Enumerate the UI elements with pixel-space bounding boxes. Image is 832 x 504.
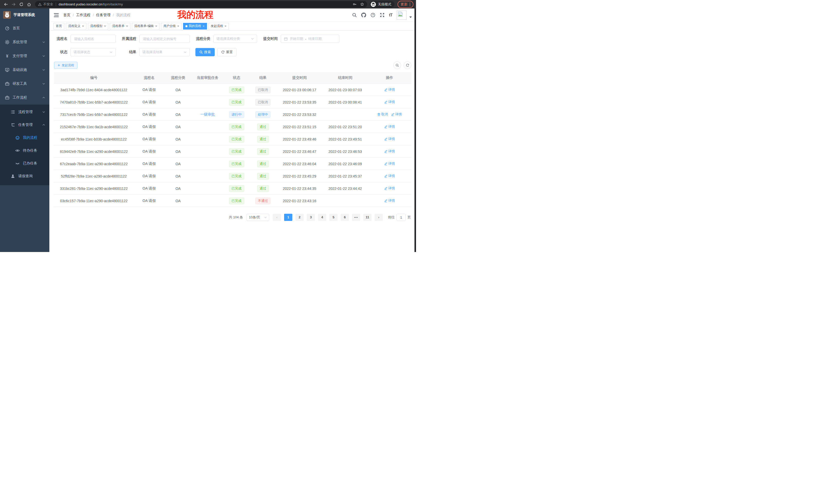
reset-button[interactable]: 重置	[217, 48, 237, 56]
close-icon[interactable]: ×	[177, 24, 179, 28]
process-category-select[interactable]: 请选择流程分类	[213, 35, 257, 43]
breadcrumb-item[interactable]: 首页	[63, 13, 71, 18]
cell-end-time: 2022-01-22 23:44:42	[323, 183, 368, 195]
page-size-select[interactable]: 10条/页	[246, 214, 269, 221]
breadcrumb-item: 我的流程	[116, 13, 131, 18]
page-button-3[interactable]: 3	[307, 214, 315, 221]
cell-task	[191, 158, 224, 170]
more-pages-button[interactable]: •••	[352, 214, 360, 221]
next-page-button[interactable]: ›	[374, 214, 383, 221]
submit-time-range-picker[interactable]: 开始日期 - 结束日期	[281, 35, 339, 43]
page-button-1[interactable]: 1	[284, 214, 292, 221]
status-badge: 通过	[257, 123, 269, 130]
breadcrumb-item[interactable]: 任务管理	[96, 13, 110, 18]
page-button-11[interactable]: 11	[363, 214, 371, 221]
process-definition-label: 所属流程	[121, 36, 136, 41]
cell-task: 一级审批	[191, 108, 224, 121]
help-icon[interactable]: ?	[370, 12, 375, 18]
sidebar-item-todo-tasks[interactable]: 待办任务	[0, 144, 49, 157]
browser-update-button[interactable]: 更新	[397, 1, 413, 8]
process-name-input[interactable]	[71, 35, 116, 43]
avatar[interactable]	[397, 10, 407, 20]
tab-start-process[interactable]: 发起流程×	[209, 23, 229, 30]
page-button-4[interactable]: 4	[318, 214, 326, 221]
status-badge: 已完成	[229, 198, 244, 204]
date-separator: -	[305, 37, 306, 41]
sidebar-item-devtools[interactable]: 研发工具	[0, 77, 49, 91]
breadcrumb-item[interactable]: 工作流程	[76, 13, 90, 18]
close-icon[interactable]: ×	[155, 24, 157, 28]
detail-link[interactable]: 详情	[384, 198, 395, 203]
sidebar-item-workflow[interactable]: 工作流程	[0, 91, 49, 105]
security-chip[interactable]: 不安全	[38, 2, 53, 7]
task-link[interactable]: 一级审批	[201, 112, 215, 116]
status-select[interactable]: 请选择状态	[71, 48, 116, 56]
detail-link[interactable]: 详情	[384, 87, 395, 92]
start-process-button[interactable]: 发起流程	[54, 62, 77, 69]
browser-back-button[interactable]	[3, 1, 9, 8]
page-button-6[interactable]: 6	[341, 214, 349, 221]
avatar-dropdown-caret[interactable]	[409, 17, 412, 18]
fullscreen-icon[interactable]	[380, 12, 385, 18]
browser-menu-icon[interactable]	[410, 3, 410, 6]
detail-link[interactable]: 详情	[391, 112, 402, 117]
github-icon[interactable]	[361, 12, 366, 18]
app-logo-row[interactable]: 芋道管理系统	[0, 8, 49, 21]
sidebar-item-leave-query[interactable]: 请假查询	[0, 170, 49, 183]
result-select[interactable]: 请选择流结果	[139, 48, 190, 56]
cell-category: OA	[164, 183, 191, 195]
cell-status: 已完成	[224, 145, 250, 158]
address-bar[interactable]: 不安全 dashboard.yudao.iocoder.cn/bpm/task/…	[35, 1, 367, 7]
show-search-button[interactable]	[393, 61, 401, 69]
tab-user-group[interactable]: 用户分组×	[161, 23, 182, 30]
close-icon[interactable]: ×	[126, 24, 128, 28]
eye-closed-icon	[15, 161, 20, 166]
detail-link[interactable]: 详情	[384, 100, 395, 104]
search-button[interactable]: 搜索	[196, 48, 215, 56]
page-button-2[interactable]: 2	[295, 214, 304, 221]
refresh-table-button[interactable]	[404, 61, 411, 69]
detail-link[interactable]: 详情	[384, 174, 395, 178]
detail-link[interactable]: 详情	[384, 137, 395, 141]
sidebar-item-payment[interactable]: ¥支付管理	[0, 49, 49, 63]
tab-process-definition[interactable]: 流程定义×	[66, 23, 86, 30]
tab-process-form-edit[interactable]: 流程表单-编辑×	[132, 23, 160, 30]
browser-forward-button[interactable]	[10, 1, 17, 8]
sidebar-item-my-process[interactable]: 我的流程	[0, 131, 49, 144]
detail-link[interactable]: 详情	[384, 186, 395, 191]
close-icon[interactable]: ×	[82, 24, 84, 28]
process-definition-input[interactable]	[139, 35, 190, 43]
pencil-icon	[384, 174, 387, 178]
close-icon[interactable]: ×	[104, 24, 106, 28]
sidebar-item-task-mgmt[interactable]: 任务管理	[0, 118, 49, 131]
cell-task	[191, 170, 224, 183]
sidebar-item-process-mgmt[interactable]: 流程管理	[0, 106, 49, 118]
close-icon[interactable]: ×	[203, 24, 205, 28]
sidebar-item-home[interactable]: 首页	[0, 21, 49, 35]
cancel-link[interactable]: 取消	[377, 112, 388, 117]
goto-page-input[interactable]	[396, 214, 406, 221]
sidebar-item-infrastructure[interactable]: 基础设施	[0, 63, 49, 77]
font-size-icon[interactable]: tT	[389, 13, 392, 18]
browser-scrollbar[interactable]	[414, 8, 416, 252]
sidebar-toggle-button[interactable]	[53, 12, 59, 18]
tab-my-process[interactable]: 我的流程×	[183, 23, 207, 30]
tab-home[interactable]: 首页	[53, 23, 64, 30]
detail-link[interactable]: 详情	[384, 149, 395, 153]
tags-view: 首页流程定义×流程模型×流程表单×流程表单-编辑×用户分组×我的流程×发起流程×	[49, 22, 416, 31]
page-button-5[interactable]: 5	[329, 214, 338, 221]
key-icon[interactable]	[353, 2, 357, 6]
sidebar-item-system[interactable]: 系统管理	[0, 35, 49, 49]
close-icon[interactable]: ×	[225, 24, 227, 28]
prev-page-button[interactable]: ‹	[273, 214, 281, 221]
tab-process-form[interactable]: 流程表单×	[110, 23, 130, 30]
tab-process-model[interactable]: 流程模型×	[88, 23, 108, 30]
sidebar-item-done-tasks[interactable]: 已办任务	[0, 157, 49, 170]
search-icon[interactable]	[352, 12, 357, 18]
detail-link[interactable]: 详情	[384, 124, 395, 129]
detail-link[interactable]: 详情	[384, 161, 395, 166]
browser-home-button[interactable]	[26, 1, 32, 8]
browser-reload-button[interactable]	[18, 1, 25, 8]
cell-id: ec45f38f-7b9a-11ec-b03b-acde48001122	[54, 133, 134, 145]
bookmark-star-icon[interactable]	[360, 2, 364, 6]
